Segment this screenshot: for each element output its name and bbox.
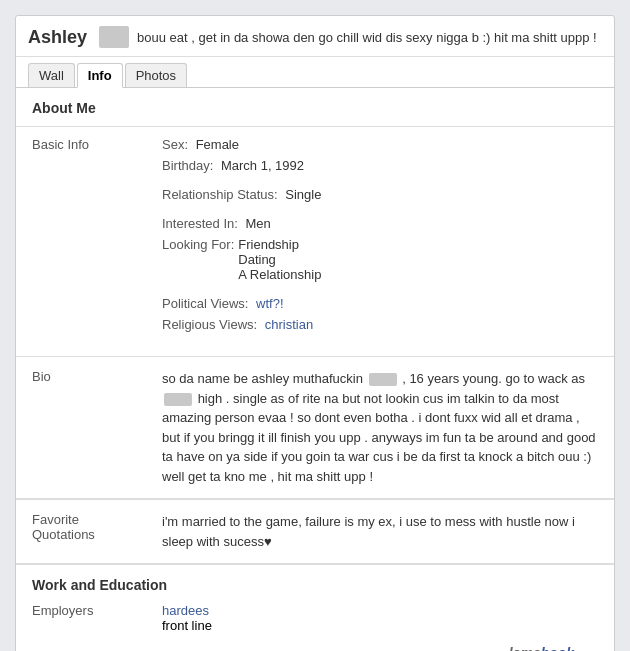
looking-for-2: Dating <box>238 252 321 267</box>
work-row: Employers hardees front line <box>32 603 598 633</box>
bio-label: Bio <box>32 369 162 486</box>
tabs-bar: Wall Info Photos <box>16 57 614 88</box>
bio-part-3: high . single as of rite na but not look… <box>162 391 596 484</box>
quotes-label: FavoriteQuotations <box>32 512 162 551</box>
work-section: Work and Education Employers hardees fro… <box>16 565 614 639</box>
political-views-key: Political Views: <box>162 296 248 311</box>
bio-part-1: so da name be ashley muthafuckin <box>162 371 363 386</box>
looking-for-3: A Relationship <box>238 267 321 282</box>
interested-in-key: Interested In: <box>162 216 238 231</box>
birthday-value: March 1, 1992 <box>221 158 304 173</box>
redacted-2 <box>164 393 192 406</box>
looking-for-1: Friendship <box>238 237 321 252</box>
religious-views-field: Religious Views: christian <box>162 317 598 332</box>
religious-views-key: Religious Views: <box>162 317 257 332</box>
employer-name[interactable]: hardees <box>162 603 209 618</box>
employers-label: Employers <box>32 603 162 633</box>
quotes-section: FavoriteQuotations i'm married to the ga… <box>16 500 614 564</box>
profile-name: Ashley <box>28 27 87 48</box>
footer: lamebook.com <box>16 639 614 651</box>
tab-info[interactable]: Info <box>77 63 123 88</box>
about-section: About Me <box>16 88 614 116</box>
redacted-1 <box>369 373 397 386</box>
sex-value: Female <box>196 137 239 152</box>
profile-status: bouu eat , get in da showa den go chill … <box>137 30 602 45</box>
political-views-value[interactable]: wtf?! <box>256 296 283 311</box>
birthday-key: Birthday: <box>162 158 213 173</box>
relationship-key: Relationship Status: <box>162 187 278 202</box>
footer-lame: lame <box>509 645 541 651</box>
basic-info-block: Basic Info Sex: Female Birthday: March 1… <box>32 137 598 338</box>
tab-wall[interactable]: Wall <box>28 63 75 87</box>
bio-section: Bio so da name be ashley muthafuckin , 1… <box>16 357 614 499</box>
profile-card: Ashley bouu eat , get in da showa den go… <box>15 15 615 651</box>
profile-header: Ashley bouu eat , get in da showa den go… <box>16 16 614 57</box>
relationship-field: Relationship Status: Single <box>162 187 598 202</box>
quotes-text: i'm married to the game, failure is my e… <box>162 512 598 551</box>
looking-for-values: Friendship Dating A Relationship <box>238 237 321 282</box>
interested-in-field: Interested In: Men <box>162 216 598 231</box>
political-views-field: Political Views: wtf?! <box>162 296 598 311</box>
basic-info-content: Sex: Female Birthday: March 1, 1992 Rela… <box>162 137 598 338</box>
interested-in-value: Men <box>246 216 271 231</box>
footer-book: book <box>541 645 574 651</box>
bio-text: so da name be ashley muthafuckin , 16 ye… <box>162 369 598 486</box>
sex-key: Sex: <box>162 137 188 152</box>
basic-info-label: Basic Info <box>32 137 162 338</box>
sex-field: Sex: Female <box>162 137 598 152</box>
avatar <box>99 26 129 48</box>
basic-info-area: Basic Info Sex: Female Birthday: March 1… <box>16 127 614 356</box>
footer-brand: lamebook.com <box>509 645 598 651</box>
religious-views-value[interactable]: christian <box>265 317 313 332</box>
bio-part-2: , 16 years young. go to wack as <box>402 371 585 386</box>
relationship-value: Single <box>285 187 321 202</box>
looking-for-field: Looking For: Friendship Dating A Relatio… <box>162 237 598 282</box>
about-title: About Me <box>32 100 598 116</box>
looking-for-key: Looking For: <box>162 237 234 282</box>
tab-photos[interactable]: Photos <box>125 63 187 87</box>
work-title: Work and Education <box>32 577 598 593</box>
birthday-field: Birthday: March 1, 1992 <box>162 158 598 173</box>
work-content: hardees front line <box>162 603 212 633</box>
employer-position: front line <box>162 618 212 633</box>
